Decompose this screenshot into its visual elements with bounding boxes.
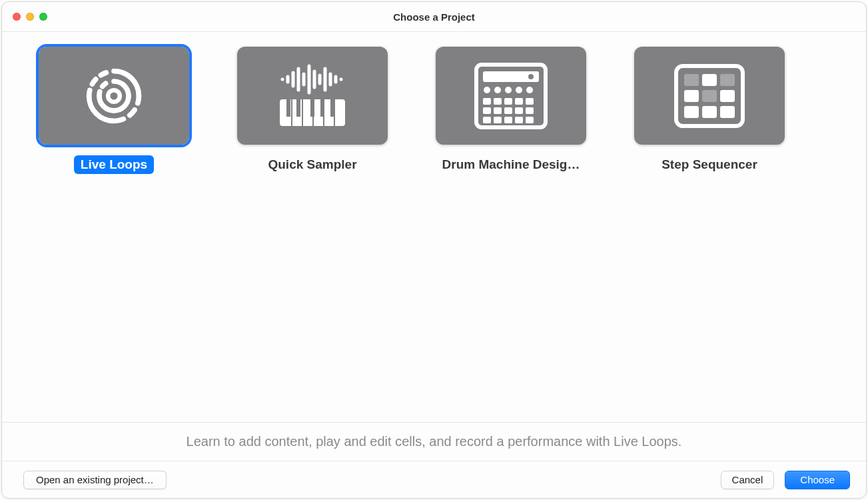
template-description: Learn to add content, play and edit cell… <box>2 422 866 461</box>
svg-rect-15 <box>296 99 300 117</box>
window-title: Choose a Project <box>2 11 866 23</box>
svg-rect-39 <box>504 107 512 114</box>
svg-rect-55 <box>702 106 717 118</box>
live-loops-icon <box>39 47 189 145</box>
svg-rect-56 <box>720 106 735 118</box>
choose-button[interactable]: Choose <box>785 471 850 489</box>
svg-rect-14 <box>286 99 290 117</box>
template-quick-sampler[interactable]: Quick Sampler <box>237 47 388 174</box>
template-step-sequencer[interactable]: Step Sequencer <box>634 47 785 174</box>
svg-rect-53 <box>720 90 735 102</box>
svg-rect-41 <box>526 107 534 114</box>
template-label: Drum Machine Desig… <box>436 155 587 174</box>
svg-rect-35 <box>515 98 523 105</box>
step-sequencer-icon <box>634 47 785 145</box>
svg-rect-32 <box>483 98 491 105</box>
cancel-button[interactable]: Cancel <box>721 471 775 489</box>
svg-rect-43 <box>494 117 502 123</box>
svg-point-28 <box>494 87 501 93</box>
svg-rect-33 <box>494 98 502 105</box>
template-label: Live Loops <box>74 155 154 174</box>
svg-rect-50 <box>720 74 735 86</box>
svg-rect-37 <box>483 107 491 114</box>
svg-rect-54 <box>684 106 699 118</box>
drum-machine-icon <box>436 47 586 145</box>
svg-rect-49 <box>702 74 717 86</box>
svg-point-26 <box>528 74 534 79</box>
svg-point-27 <box>484 87 490 93</box>
project-chooser-window: Choose a Project <box>1 1 867 499</box>
svg-point-0 <box>108 90 120 102</box>
svg-rect-52 <box>702 90 717 102</box>
svg-rect-38 <box>494 107 502 114</box>
svg-rect-44 <box>504 117 512 123</box>
titlebar: Choose a Project <box>2 2 866 32</box>
svg-rect-42 <box>483 117 491 123</box>
svg-rect-36 <box>526 98 534 105</box>
template-drum-machine-designer[interactable]: Drum Machine Desig… <box>436 47 586 174</box>
template-label: Step Sequencer <box>655 155 764 174</box>
svg-rect-46 <box>526 117 534 123</box>
svg-rect-34 <box>504 98 512 105</box>
svg-rect-45 <box>515 117 523 123</box>
svg-rect-48 <box>684 74 699 86</box>
svg-point-31 <box>526 87 533 93</box>
svg-point-29 <box>505 87 512 93</box>
button-bar: Open an existing project… Cancel Choose <box>2 461 866 498</box>
template-live-loops[interactable]: Live Loops <box>39 47 189 174</box>
svg-rect-51 <box>684 90 699 102</box>
svg-rect-40 <box>515 107 523 114</box>
quick-sampler-icon <box>237 47 388 145</box>
open-existing-project-button[interactable]: Open an existing project… <box>23 471 167 489</box>
template-grid: Live Loops <box>2 32 866 422</box>
svg-point-30 <box>516 87 522 93</box>
template-label: Quick Sampler <box>261 155 363 174</box>
